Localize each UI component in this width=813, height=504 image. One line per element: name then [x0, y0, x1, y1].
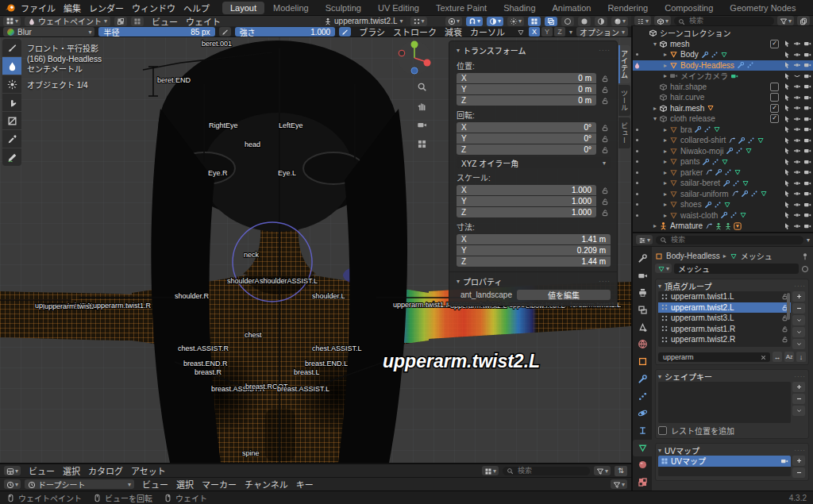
vgroup-filter-input[interactable]	[661, 352, 757, 362]
asset-menu-0[interactable]: ビュー	[25, 464, 59, 477]
add-group-button[interactable]	[792, 291, 805, 302]
workspace-tab-scripting[interactable]: Scripting	[804, 2, 813, 14]
location-lock-button[interactable]	[599, 75, 611, 83]
expander[interactable]: ▸	[661, 158, 669, 165]
expander[interactable]: ▸	[661, 72, 669, 79]
scale-z-field[interactable]: Z1.000	[457, 207, 596, 217]
gizmo-axis-x[interactable]	[424, 60, 431, 67]
workspace-tab-rendering[interactable]: Rendering	[599, 2, 656, 14]
expander[interactable]: ▸	[651, 222, 659, 229]
vgroup-quick-button[interactable]: ▾	[410, 17, 427, 26]
asset-menu-2[interactable]: カタログ	[84, 464, 127, 477]
expander[interactable]: ▸	[661, 179, 669, 187]
tool-draw[interactable]	[2, 39, 21, 56]
visibility-toggles[interactable]	[783, 179, 811, 187]
outliner-search-input[interactable]	[674, 17, 774, 25]
expander[interactable]: ▸	[661, 137, 669, 144]
sort-alpha-button[interactable]: Az	[784, 352, 794, 362]
xray-toggle[interactable]	[545, 17, 557, 26]
properties-tab-modifiers[interactable]	[633, 371, 652, 387]
options-dropdown[interactable]: オプション▾	[576, 27, 628, 37]
properties-tab-world[interactable]	[633, 337, 652, 353]
n-panel-tab-ビュー[interactable]: ビュー	[618, 117, 630, 148]
transform-panel-header[interactable]: ▾ トランスフォーム ····	[457, 44, 611, 56]
asset-menu-1[interactable]: 選択	[59, 464, 84, 477]
expander[interactable]: ▸	[651, 105, 659, 112]
ortho-toggle-button[interactable]	[414, 136, 430, 152]
dimensions-x-field[interactable]: X1.41 m	[457, 234, 611, 244]
outliner-row-shoes[interactable]: ▸shoes	[633, 199, 813, 210]
editor-type-button[interactable]: ▾	[3, 17, 21, 26]
properties-search-field[interactable]	[669, 235, 800, 244]
asset-search-input[interactable]	[503, 467, 590, 475]
edit-value-button[interactable]: 値を編集	[517, 290, 611, 300]
filter-invert-button[interactable]: ↔	[773, 352, 782, 362]
vertex-groups-header[interactable]: ▾ 頂点グループ ····	[658, 281, 806, 291]
outliner-search-field[interactable]	[688, 16, 770, 25]
vertex-group-row-upperarm.twist2.R[interactable]: upperarm.twist2.R	[658, 334, 791, 345]
vgroup-filter-field[interactable]	[658, 352, 770, 362]
expander[interactable]: ▾	[651, 115, 659, 122]
visibility-toggles[interactable]	[783, 168, 811, 176]
exclude-checkbox[interactable]: ✓	[770, 114, 779, 123]
falloff-button[interactable]: ▾	[507, 17, 524, 26]
mirror-y-button[interactable]: Y	[541, 27, 553, 37]
expander[interactable]: ▾	[651, 40, 659, 48]
mesh-name-field[interactable]: メッシュ	[674, 264, 799, 274]
rotation-mode-dropdown[interactable]: XYZ オイラー角▾	[457, 157, 611, 168]
visibility-toggles[interactable]	[783, 190, 811, 198]
visibility-toggles[interactable]	[783, 125, 811, 133]
rotation-lock-button[interactable]	[599, 124, 611, 132]
outliner-row-Body-Headless[interactable]: ▸Body-Headless	[633, 60, 813, 71]
scale-lock-button[interactable]	[599, 198, 611, 206]
workspace-tab-modeling[interactable]: Modeling	[265, 2, 317, 14]
expander[interactable]: ▸	[661, 148, 669, 155]
expander[interactable]: ▸	[661, 212, 669, 219]
outliner-row-waist-cloth[interactable]: ▸waist-cloth	[633, 210, 813, 221]
outliner-row-Armature[interactable]: ▸Armature	[633, 221, 813, 232]
shading-wireframe-button[interactable]	[561, 17, 574, 26]
workspace-tab-uv-editing[interactable]: UV Editing	[370, 2, 427, 14]
outliner-row-sailar-uniform[interactable]: ▸sailar-uniform	[633, 189, 813, 200]
vertex-group-row-upperarm.twist3.L[interactable]: upperarm.twist3.L	[658, 313, 791, 324]
add-shape-key-button[interactable]	[792, 382, 805, 392]
viewport-menu-1[interactable]: ウェイト	[182, 15, 225, 28]
outliner-row-hair.mesh[interactable]: ▸hair.mesh✓	[633, 103, 813, 114]
topbar-menu-2[interactable]: レンダー	[85, 2, 128, 14]
move-down-button[interactable]	[792, 339, 805, 349]
properties-tab-output[interactable]	[633, 284, 652, 301]
remove-uv-map-button[interactable]	[792, 467, 805, 478]
shading-rendered-button[interactable]: ▾	[611, 17, 628, 26]
dimensions-y-field[interactable]: Y0.209 m	[457, 245, 611, 256]
dope-filter-button[interactable]: ▾	[611, 479, 627, 489]
asset-menu-3[interactable]: アセット	[127, 464, 170, 477]
proportional-edit-button[interactable]: ▾	[487, 17, 503, 26]
scale-lock-button[interactable]	[599, 187, 611, 194]
visibility-toggles[interactable]	[783, 137, 811, 144]
outliner-row-bra[interactable]: ▸bra	[633, 125, 813, 136]
visibility-toggles[interactable]	[783, 72, 811, 80]
asset-editor-type-button[interactable]: ▾	[4, 466, 21, 475]
expander[interactable]: ▸	[661, 201, 669, 208]
properties-panel-header[interactable]: ▾ プロパティ ····	[457, 275, 611, 287]
expander[interactable]: ▸	[661, 51, 669, 58]
outliner-row-hair.shape[interactable]: hair.shape	[633, 82, 813, 93]
tool-gradient[interactable]	[2, 112, 21, 129]
new-collection-button[interactable]	[797, 16, 810, 25]
workspace-tab-geometry-nodes[interactable]: Geometry Nodes	[722, 2, 803, 14]
blender-logo-icon[interactable]	[5, 2, 16, 13]
radius-pressure-button[interactable]	[219, 27, 231, 37]
properties-tab-render[interactable]	[633, 267, 652, 284]
asset-search-field[interactable]	[516, 466, 586, 475]
dope-menu-0[interactable]: ビュー	[138, 478, 172, 491]
properties-tab-object[interactable]	[633, 353, 652, 370]
pin-icon[interactable]	[801, 251, 809, 260]
visibility-toggles[interactable]	[783, 222, 811, 230]
rotation-lock-button[interactable]	[599, 146, 611, 154]
remove-group-button[interactable]	[792, 303, 805, 314]
outliner-row-pants[interactable]: ▸pants	[633, 156, 813, 167]
n-panel-tab-ツール[interactable]: ツール	[618, 85, 630, 116]
outliner-row-sailar-beret[interactable]: ▸sailar-beret	[633, 178, 813, 189]
properties-tab-material[interactable]	[633, 457, 652, 474]
scale-x-field[interactable]: X1.000	[457, 185, 596, 195]
